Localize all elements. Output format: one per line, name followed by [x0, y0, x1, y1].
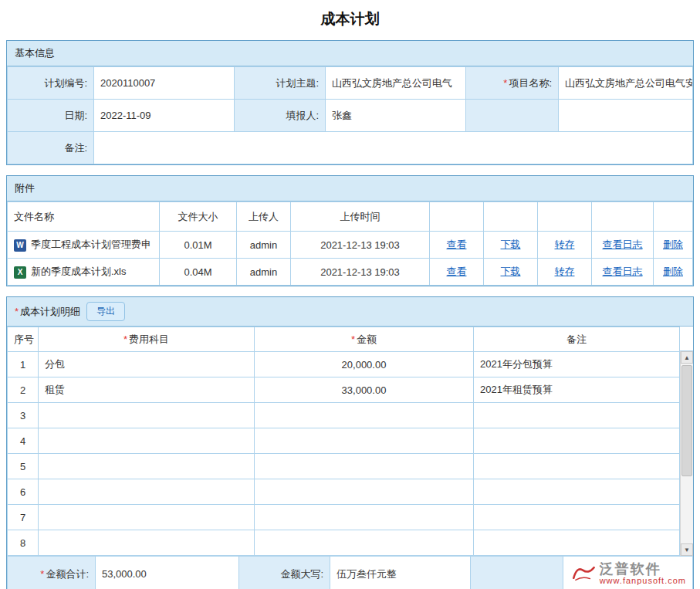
cost-details-body: 序号 *费用科目 *金额 备注 1 分包 20,000.00 2021年分包预算…: [7, 327, 693, 556]
total-amount-value: 53,000.00: [96, 557, 239, 589]
cost-details-table: 序号 *费用科目 *金额 备注 1 分包 20,000.00 2021年分包预算…: [7, 327, 680, 556]
upload-time-cell: 2021-12-13 19:03: [291, 259, 430, 286]
amount-in-words-label: 金额大写:: [239, 557, 330, 589]
remark-label: 备注:: [8, 132, 94, 164]
scrollbar-thumb[interactable]: [681, 365, 692, 476]
file-name-cell: W季度工程成本计划管理费申: [8, 232, 160, 259]
row-subject[interactable]: [39, 530, 255, 556]
plan-no-value: 2020110007: [94, 67, 235, 100]
project-name-label: *项目名称:: [466, 67, 559, 100]
row-no: 3: [8, 403, 39, 428]
remark-value: [94, 132, 693, 164]
required-mark: *: [15, 306, 19, 317]
required-mark: *: [503, 77, 507, 89]
detail-row: 3: [8, 403, 680, 428]
row-amount[interactable]: [255, 505, 474, 530]
row-amount[interactable]: [255, 403, 474, 428]
row-no: 1: [8, 352, 39, 377]
delete-link[interactable]: 删除: [663, 266, 683, 277]
view-log-link[interactable]: 查看日志: [603, 239, 643, 250]
row-subject[interactable]: [39, 505, 255, 530]
totals-footer: *金额合计: 53,000.00 金额大写: 伍万叁仟元整: [7, 556, 693, 589]
row-remark[interactable]: [474, 454, 680, 479]
cost-details-section-title: *成本计划明细: [15, 305, 80, 319]
download-link[interactable]: 下载: [501, 266, 521, 277]
row-amount[interactable]: [255, 530, 474, 556]
row-subject[interactable]: 租赁: [39, 377, 255, 403]
file-size-cell: 0.04M: [160, 259, 237, 286]
delete-link[interactable]: 删除: [663, 239, 683, 250]
row-remark[interactable]: [474, 530, 680, 556]
upload-time-cell: 2021-12-13 19:03: [291, 232, 430, 259]
row-remark[interactable]: 2021年分包预算: [474, 352, 680, 377]
row-subject[interactable]: [39, 428, 255, 454]
action-header-4: [592, 202, 654, 232]
empty-label-cell: [466, 100, 559, 132]
scrollbar-track[interactable]: [681, 364, 693, 543]
project-name-value: 山西弘文房地产总公司电气安: [559, 67, 693, 100]
row-no: 2: [8, 377, 39, 403]
scrollbar-spacer: [680, 327, 693, 351]
detail-row: 2 租赁 33,000.00 2021年租赁预算: [8, 377, 680, 403]
row-amount[interactable]: [255, 479, 474, 505]
file-size-header: 文件大小: [160, 202, 237, 232]
row-amount[interactable]: [255, 428, 474, 454]
cost-details-panel: *成本计划明细 导出 序号 *费用科目 *金额 备注 1 分包 20,000.0…: [6, 296, 694, 589]
cost-details-section-header: *成本计划明细 导出: [7, 297, 693, 327]
brand-url: www.fanpusoft.com: [600, 577, 686, 586]
word-file-icon: W: [14, 239, 26, 252]
uploader-cell: admin: [237, 232, 291, 259]
file-name-cell: X新的季度成本计划.xls: [8, 259, 160, 286]
file-size-cell: 0.01M: [160, 232, 237, 259]
download-link[interactable]: 下载: [501, 239, 521, 250]
row-amount[interactable]: [255, 454, 474, 479]
scroll-up-icon[interactable]: ▲: [681, 351, 693, 364]
save-as-link[interactable]: 转存: [555, 239, 575, 250]
required-mark: *: [123, 333, 127, 345]
row-remark[interactable]: [474, 403, 680, 428]
row-remark[interactable]: [474, 479, 680, 505]
row-amount[interactable]: 20,000.00: [255, 352, 474, 377]
uploader-header: 上传人: [237, 202, 291, 232]
view-link[interactable]: 查看: [447, 239, 467, 250]
view-link[interactable]: 查看: [447, 266, 467, 277]
row-no: 8: [8, 530, 39, 556]
detail-row: 7: [8, 505, 680, 530]
row-amount[interactable]: 33,000.00: [255, 377, 474, 403]
basic-info-panel: 基本信息 计划编号: 2020110007 计划主题: 山西弘文房地产总公司电气…: [6, 40, 694, 165]
view-log-link[interactable]: 查看日志: [603, 266, 643, 277]
page: 成本计划 基本信息 计划编号: 2020110007 计划主题: 山西弘文房地产…: [0, 0, 700, 589]
date-label: 日期:: [8, 100, 94, 132]
detail-row: 8: [8, 530, 680, 556]
reporter-value: 张鑫: [326, 100, 466, 132]
row-subject[interactable]: [39, 454, 255, 479]
row-no: 5: [8, 454, 39, 479]
basic-info-table: 计划编号: 2020110007 计划主题: 山西弘文房地产总公司电气 *项目名…: [7, 66, 693, 164]
export-button[interactable]: 导出: [86, 302, 125, 321]
scroll-down-icon[interactable]: ▼: [681, 543, 693, 556]
row-remark[interactable]: [474, 428, 680, 454]
basic-info-section-header: 基本信息: [7, 41, 693, 66]
plan-no-label: 计划编号:: [8, 67, 94, 100]
no-header: 序号: [8, 327, 39, 352]
save-as-link[interactable]: 转存: [555, 266, 575, 277]
action-header-2: [484, 202, 538, 232]
action-header-1: [430, 202, 484, 232]
action-header-3: [538, 202, 592, 232]
row-no: 4: [8, 428, 39, 454]
detail-row: 4: [8, 428, 680, 454]
plan-subject-label: 计划主题:: [235, 67, 326, 100]
row-subject[interactable]: 分包: [39, 352, 255, 377]
amount-in-words-value: 伍万叁仟元整: [330, 557, 471, 589]
attachments-panel: 附件 文件名称 文件大小 上传人 上传时间: [6, 175, 694, 286]
row-subject[interactable]: [39, 479, 255, 505]
row-remark[interactable]: 2021年租赁预算: [474, 377, 680, 403]
row-subject[interactable]: [39, 403, 255, 428]
attachments-section-header: 附件: [7, 176, 693, 201]
vertical-scrollbar[interactable]: ▲ ▼: [680, 351, 693, 556]
reporter-label: 填报人:: [235, 100, 326, 132]
subject-header: *费用科目: [39, 327, 255, 352]
uploader-cell: admin: [237, 259, 291, 286]
empty-value-cell: [559, 100, 693, 132]
row-remark[interactable]: [474, 505, 680, 530]
